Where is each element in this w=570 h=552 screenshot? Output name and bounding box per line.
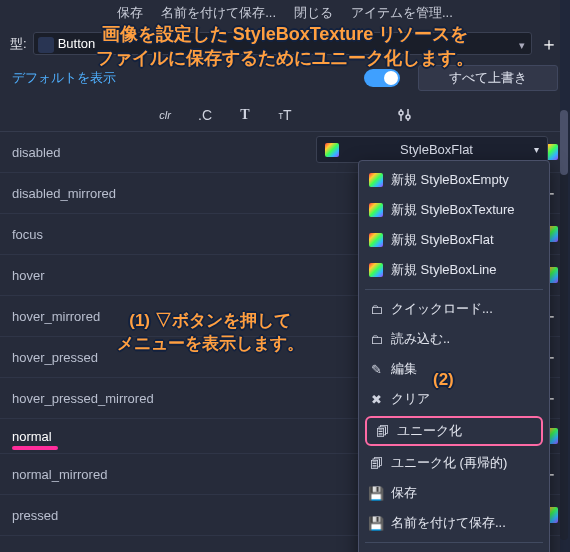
prop-label: hover_pressed bbox=[12, 350, 98, 365]
menu-new-styleboxempty[interactable]: 新規 StyleBoxEmpty bbox=[359, 165, 549, 195]
menu-label: 新規 StyleBoxEmpty bbox=[391, 171, 509, 189]
menu-quickload[interactable]: 🗀クイックロード... bbox=[359, 294, 549, 324]
menu-new-styleboxflat[interactable]: 新規 StyleBoxFlat bbox=[359, 225, 549, 255]
resource-context-menu: 新規 StyleBoxEmpty 新規 StyleBoxTexture 新規 S… bbox=[358, 160, 550, 552]
menu-label: ユニーク化 (再帰的) bbox=[391, 454, 507, 472]
folder-icon: 🗀 bbox=[369, 332, 383, 347]
type-select[interactable]: Button ▾ bbox=[33, 32, 532, 55]
save-icon: 💾 bbox=[369, 486, 383, 501]
filter-color-icon[interactable]: clr bbox=[155, 105, 175, 125]
prop-label: disabled_mirrored bbox=[12, 186, 116, 201]
scroll-thumb[interactable] bbox=[560, 110, 568, 175]
highlight-underline bbox=[12, 446, 58, 450]
close-link[interactable]: 閉じる bbox=[294, 4, 333, 22]
override-all-button[interactable]: すべて上書き bbox=[418, 65, 558, 91]
menu-separator bbox=[365, 289, 543, 290]
menu-new-styleboxline[interactable]: 新規 StyleBoxLine bbox=[359, 255, 549, 285]
menu-label: 名前を付けて保存... bbox=[391, 514, 506, 532]
prop-label: focus bbox=[12, 227, 43, 242]
menu-label: 新規 StyleBoxLine bbox=[391, 261, 497, 279]
save-link[interactable]: 保存 bbox=[117, 4, 143, 22]
prop-label: hover_mirrored bbox=[12, 309, 100, 324]
filter-constant-icon[interactable]: .C bbox=[195, 105, 215, 125]
prop-label: disabled bbox=[12, 145, 60, 160]
menu-label: クリア bbox=[391, 390, 430, 408]
menu-make-unique-recursive[interactable]: 🗐ユニーク化 (再帰的) bbox=[359, 448, 549, 478]
menu-label: 新規 StyleBoxFlat bbox=[391, 231, 494, 249]
menu-label: クイックロード... bbox=[391, 300, 493, 318]
filter-fontsize-icon[interactable]: тT bbox=[275, 105, 295, 125]
chevron-down-icon: ▾ bbox=[534, 144, 539, 155]
stylebox-icon bbox=[369, 233, 383, 247]
menu-load[interactable]: 🗀読み込む.. bbox=[359, 324, 549, 354]
pencil-icon: ✎ bbox=[369, 362, 383, 377]
button-type-icon bbox=[38, 37, 54, 53]
copy-icon: 🗐 bbox=[375, 424, 389, 439]
prop-label: normal_mirrored bbox=[12, 467, 107, 482]
stylebox-resource-header[interactable]: StyleBoxFlat ▾ bbox=[316, 136, 548, 163]
menu-new-styleboxtexture[interactable]: 新規 StyleBoxTexture bbox=[359, 195, 549, 225]
top-toolbar: 保存 名前を付けて保存... 閉じる アイテムを管理... bbox=[0, 0, 570, 26]
menu-label: 保存 bbox=[391, 484, 417, 502]
menu-copy[interactable]: コピー bbox=[359, 547, 549, 552]
menu-save[interactable]: 💾保存 bbox=[359, 478, 549, 508]
stylebox-icon bbox=[369, 173, 383, 187]
prop-label: pressed bbox=[12, 508, 58, 523]
show-default-toggle[interactable] bbox=[364, 69, 400, 87]
menu-clear[interactable]: ✖クリア bbox=[359, 384, 549, 414]
filter-stylebox-icon[interactable] bbox=[355, 105, 375, 125]
prop-label: hover bbox=[12, 268, 45, 283]
filter-settings-icon[interactable] bbox=[395, 105, 415, 125]
save-icon: 💾 bbox=[369, 516, 383, 531]
show-default-link[interactable]: デフォルトを表示 bbox=[12, 69, 116, 87]
menu-label: 編集 bbox=[391, 360, 417, 378]
filter-image-icon[interactable] bbox=[315, 105, 335, 125]
prop-label: hover_pressed_mirrored bbox=[12, 391, 154, 406]
menu-edit[interactable]: ✎編集 bbox=[359, 354, 549, 384]
stylebox-type-label: StyleBoxFlat bbox=[347, 142, 526, 157]
filter-font-icon[interactable]: T bbox=[235, 105, 255, 125]
type-value: Button bbox=[58, 36, 96, 51]
menu-separator bbox=[365, 542, 543, 543]
menu-label: 読み込む.. bbox=[391, 330, 450, 348]
svg-point-1 bbox=[399, 111, 403, 115]
filter-row: clr .C T тT bbox=[0, 99, 570, 132]
defaults-row: デフォルトを表示 すべて上書き bbox=[0, 61, 570, 99]
copy-icon: 🗐 bbox=[369, 456, 383, 471]
save-as-link[interactable]: 名前を付けて保存... bbox=[161, 4, 276, 22]
clear-icon: ✖ bbox=[369, 392, 383, 407]
type-label: 型: bbox=[10, 35, 27, 53]
stylebox-icon bbox=[369, 203, 383, 217]
chevron-down-icon: ▾ bbox=[519, 39, 525, 52]
menu-save-as[interactable]: 💾名前を付けて保存... bbox=[359, 508, 549, 538]
folder-icon: 🗀 bbox=[369, 302, 383, 317]
menu-label: ユニーク化 bbox=[397, 422, 462, 440]
menu-make-unique[interactable]: 🗐ユニーク化 bbox=[365, 416, 543, 446]
stylebox-icon bbox=[369, 263, 383, 277]
add-type-button[interactable]: ＋ bbox=[538, 33, 560, 55]
type-row: 型: Button ▾ ＋ bbox=[0, 26, 570, 61]
prop-label: normal bbox=[12, 429, 52, 444]
scrollbar[interactable] bbox=[560, 110, 568, 540]
stylebox-icon bbox=[325, 143, 339, 157]
svg-point-3 bbox=[406, 115, 410, 119]
manage-items-link[interactable]: アイテムを管理... bbox=[351, 4, 453, 22]
menu-label: 新規 StyleBoxTexture bbox=[391, 201, 515, 219]
